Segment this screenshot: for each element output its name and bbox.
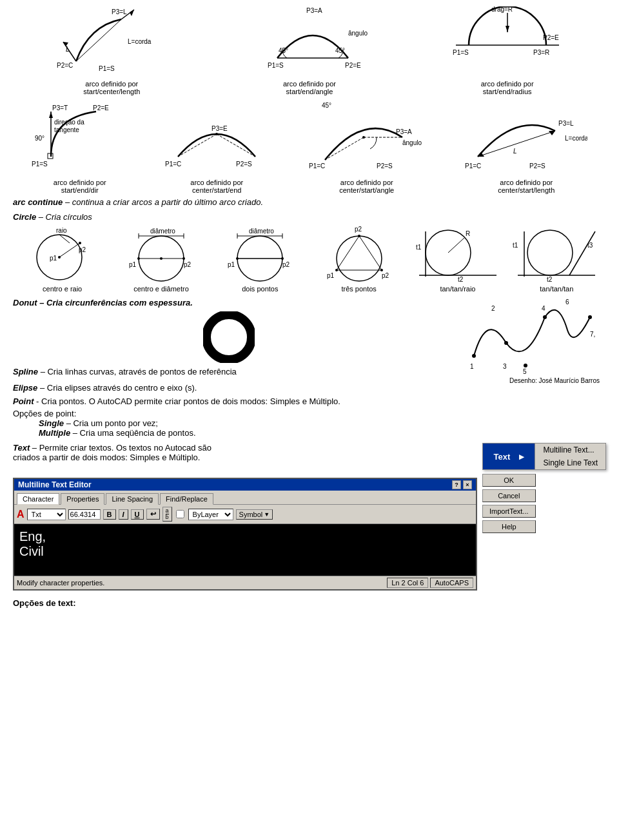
text-submenu-multiline[interactable]: Multiline Text...	[535, 444, 605, 456]
spline-diagram: 1 3 2 4 5 6 7, Desenho: José Maurício Ba…	[458, 298, 606, 384]
circle-centro-raio: raio p1 p2 centro e raio	[17, 225, 108, 293]
svg-point-59	[58, 256, 61, 259]
circle-label: Circle – Cria círculos	[13, 212, 606, 222]
mte-toolbar: A Txt B I U ↩ a b ByLayer	[14, 505, 476, 524]
svg-text:L=corda: L=corda	[128, 38, 152, 45]
svg-point-119	[588, 315, 592, 319]
svg-point-71	[160, 257, 162, 260]
svg-text:p2: p2	[355, 226, 362, 233]
mte-font-icon: A	[17, 509, 25, 520]
svg-text:t1: t1	[513, 242, 518, 249]
mte-font-select[interactable]: Txt	[27, 509, 66, 520]
svg-text:P2=C: P2=C	[57, 62, 73, 69]
mte-tab-properties[interactable]: Properties	[61, 493, 104, 505]
point-multiple: Multiple – Cria uma seqüência de pontos.	[39, 428, 445, 438]
options-text: Opções de text:	[13, 598, 606, 608]
spline-text: Spline – Cria linhas curvas, através de …	[13, 367, 445, 376]
svg-text:p2: p2	[282, 261, 290, 268]
arc-center-start-length: L P3=L P1=C P2=S L=corda arco definido p…	[462, 99, 591, 194]
mte-status-text: Modify character properties.	[17, 579, 385, 587]
svg-point-35	[215, 133, 218, 135]
svg-marker-26	[49, 112, 53, 118]
svg-text:t1: t1	[416, 244, 422, 251]
mte-italic-btn[interactable]: I	[119, 509, 128, 520]
text-menu-main-label: Text	[493, 452, 510, 462]
text-menu-main-item[interactable]: Text ▶	[483, 444, 535, 469]
svg-text:6: 6	[565, 298, 569, 306]
arc-start-end-radius: drag=R P2=E P3=R P1=S arco definido por …	[443, 6, 572, 95]
svg-line-95	[448, 238, 464, 253]
svg-marker-49	[549, 131, 555, 135]
mte-import-btn[interactable]: ImportText...	[482, 505, 536, 518]
arc-caption-5: arco definido por center/start/end	[190, 179, 243, 194]
mte-bylayer-check[interactable]	[176, 510, 184, 518]
svg-text:L=corda: L=corda	[565, 135, 587, 142]
svg-text:p2: p2	[382, 272, 389, 279]
svg-text:5: 5	[523, 368, 527, 375]
circle-row: raio p1 p2 centro e raio	[13, 225, 606, 293]
svg-text:t3: t3	[587, 242, 593, 249]
svg-marker-3	[130, 10, 134, 16]
svg-text:P1=C: P1=C	[165, 161, 181, 168]
mte-underline-btn[interactable]: U	[131, 509, 144, 520]
svg-point-102	[527, 230, 573, 275]
svg-text:P3=R: P3=R	[533, 49, 549, 56]
arc-row-1: L P3=L P2=C P1=S L=corda arco definido p…	[13, 6, 606, 95]
svg-marker-19	[506, 26, 509, 32]
svg-text:p2: p2	[79, 246, 86, 253]
circle-caption-5: tan/tan/raio	[440, 285, 475, 293]
svg-text:3: 3	[503, 363, 507, 370]
mte-text-line1: Eng,	[19, 529, 471, 544]
svg-text:P1=C: P1=C	[465, 162, 481, 170]
text-submenu-singleline[interactable]: Single Line Text	[535, 456, 605, 469]
mte-help-btn[interactable]: Help	[482, 520, 536, 533]
svg-line-101	[569, 231, 595, 275]
mte-symbol-btn[interactable]: Symbol ▼	[236, 509, 273, 520]
mte-cancel-btn[interactable]: Cancel	[482, 489, 536, 502]
svg-text:P2=S: P2=S	[529, 162, 545, 170]
svg-text:t2: t2	[547, 276, 553, 283]
mte-ok-btn[interactable]: OK	[482, 474, 536, 487]
text-description: Text – Permite criar textos. Os textos n…	[13, 443, 472, 462]
point-text: Point - Cria pontos. O AutoCAD permite c…	[13, 396, 445, 406]
text-section: Text – Permite criar textos. Os textos n…	[13, 443, 606, 470]
mte-window: Multiline Text Editor ? × Character Prop…	[13, 478, 477, 591]
svg-text:p1: p1	[50, 255, 57, 262]
spline-credit: Desenho: José Maurício Barros	[458, 377, 600, 384]
circle-centro-diametro: diâmetro p1 p2 centro e diâmetro	[116, 225, 206, 293]
svg-point-86	[335, 269, 338, 271]
svg-point-84	[337, 236, 382, 281]
mte-tab-character[interactable]: Character	[17, 493, 59, 505]
mte-text-line2: Civil	[19, 544, 471, 559]
svg-line-56	[59, 243, 80, 257]
svg-text:P1=S: P1=S	[99, 65, 115, 72]
mte-fraction-btn[interactable]: a b	[162, 507, 172, 522]
svg-text:p1: p1	[228, 261, 235, 268]
svg-point-70	[182, 257, 185, 260]
mte-tabs: Character Properties Line Spacing Find/R…	[14, 491, 476, 505]
svg-text:t2: t2	[458, 276, 464, 283]
mte-tab-linespacing[interactable]: Line Spacing	[106, 493, 159, 505]
mte-question-btn[interactable]: ?	[452, 480, 461, 489]
mte-text-area[interactable]: Eng, Civil	[14, 524, 476, 576]
mte-close-btn[interactable]: ×	[463, 480, 472, 489]
mte-status-caps: AutoCAPS	[430, 578, 473, 588]
mte-bold-btn[interactable]: B	[103, 509, 116, 520]
arc-caption-6: arco definido por center/start/angle	[339, 179, 394, 194]
svg-line-9	[76, 19, 121, 61]
arc-row-2: 90° P3=T P1=S P2=E direção da tangente a…	[13, 99, 606, 194]
svg-text:p1: p1	[129, 261, 137, 268]
mte-undo-btn[interactable]: ↩	[146, 509, 160, 520]
arc-caption-7: arco definido por center/start/length	[498, 179, 555, 194]
text-menu-arrow: ▶	[519, 453, 524, 460]
point-options-title: Opções de point:	[13, 409, 445, 418]
arc-caption-3: arco definido por start/end/radius	[481, 80, 534, 95]
mte-tab-findreplace[interactable]: Find/Replace	[160, 493, 213, 505]
mte-size-input[interactable]	[68, 509, 101, 520]
mte-color-select[interactable]: ByLayer	[188, 509, 233, 520]
svg-text:7,: 7,	[590, 331, 595, 338]
circle-section: Circle – Cria círculos raio p1 p2	[13, 212, 606, 293]
point-single: Single – Cria um ponto por vez;	[39, 418, 445, 428]
text-desc: Text – Permite criar textos. Os textos n…	[13, 443, 472, 453]
svg-text:P3=A: P3=A	[396, 128, 412, 135]
